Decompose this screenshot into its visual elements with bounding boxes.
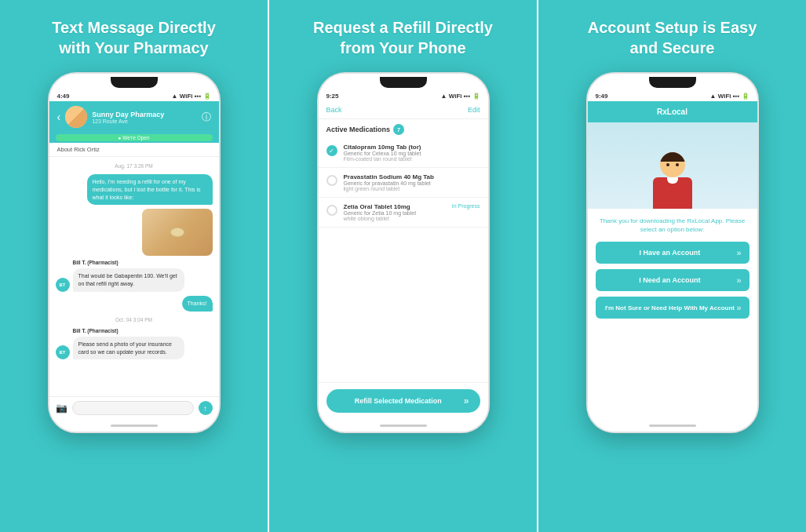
med-item-1: ✓ Citalopram 10mg Tab (tor) Generic for … <box>319 138 488 168</box>
phone-3: 9:49 ▲ WiFi ▪▪▪ 🔋 RxLocal <box>586 72 759 433</box>
med-list: ✓ Citalopram 10mg Tab (tor) Generic for … <box>319 138 488 261</box>
med-name-2: Pravastatin Sodium 40 Mg Tab <box>344 173 480 180</box>
need-account-button[interactable]: I Need an Account » <box>596 269 749 291</box>
chat-text-input[interactable] <box>72 401 194 415</box>
chat-about: About Rick Ortiz <box>49 143 219 157</box>
msg-row-4: BT Bill T. (Pharmacist) Please send a ph… <box>56 328 213 360</box>
phone-2-notch <box>319 74 488 91</box>
med-back-button[interactable]: Back <box>326 106 342 114</box>
med-info-2: Pravastatin Sodium 40 Mg Tab Generic for… <box>344 173 480 191</box>
med-name-1: Citalopram 10mg Tab (tor) <box>344 144 480 151</box>
refill-chevron-icon: » <box>464 395 469 406</box>
med-generic-3: Generic for Zetia 10 mg tablet <box>344 210 446 216</box>
phone-2: 9:25 ▲ WiFi ▪▪▪ 🔋 Back Edit Active Medic… <box>317 72 490 433</box>
msg-1: Hello, I'm needing a refill for one of m… <box>87 174 213 205</box>
info-icon[interactable]: ⓘ <box>202 111 211 124</box>
phone-3-content: RxLocal <box>588 101 757 419</box>
phone-1-home-bar <box>49 419 219 432</box>
home-indicator-2 <box>380 425 427 427</box>
phone-2-home-bar <box>319 419 488 432</box>
med-checkbox-1[interactable]: ✓ <box>326 145 337 156</box>
refill-button[interactable]: Refill Selected Medication » <box>326 389 480 413</box>
phone-3-status-bar: 9:49 ▲ WiFi ▪▪▪ 🔋 <box>588 91 757 101</box>
not-sure-button[interactable]: I'm Not Sure or Need Help With My Accoun… <box>596 297 749 319</box>
med-generic-2: Generic for pravastatin 40 mg tablet <box>344 180 480 186</box>
pharmacy-name: Sunny Day Pharmacy <box>92 111 196 118</box>
med-info-1: Citalopram 10mg Tab (tor) Generic for Ce… <box>344 144 480 162</box>
phone-1-notch <box>49 74 219 91</box>
eye-left <box>666 163 669 166</box>
med-item-3: Zetia Oral Tablet 10mg Generic for Zetia… <box>319 198 488 228</box>
person-illustration <box>653 152 692 209</box>
med-count-badge: 7 <box>393 124 404 135</box>
camera-icon[interactable]: 📷 <box>56 403 67 414</box>
btn3-chevrons: » <box>736 303 741 312</box>
home-indicator-3 <box>649 425 696 427</box>
med-status-3: In Progress <box>452 203 480 209</box>
have-account-label: I Have an Account <box>604 249 737 257</box>
phone-1: 4:49 ▲ WiFi ▪▪▪ 🔋 ‹ Sunny Day Pharmacy 1… <box>48 72 221 433</box>
not-sure-label: I'm Not Sure or Need Help With My Accoun… <box>604 304 737 312</box>
panel-3: Account Setup is Easyand Secure 9:49 ▲ W… <box>538 0 806 532</box>
msg-2: That would be Gabapentin 100. We'll get … <box>73 268 184 292</box>
have-account-button[interactable]: I Have an Account » <box>596 242 749 264</box>
person-hair <box>660 152 685 162</box>
med-checkbox-3[interactable] <box>326 205 337 216</box>
btn1-chevrons: » <box>736 248 741 257</box>
acc-avatar-area <box>588 122 757 209</box>
msg-3: Thanks! <box>182 296 213 312</box>
phone-2-time: 9:25 <box>326 93 339 100</box>
bt-avatar-2: BT <box>56 345 70 359</box>
person-body <box>653 177 692 209</box>
checkmark-1: ✓ <box>329 148 334 155</box>
notch-cutout <box>111 77 158 88</box>
med-header: Back Edit <box>319 101 488 119</box>
app-name: RxLocal <box>596 107 749 116</box>
med-footer: Refill Selected Medication » <box>319 382 488 419</box>
phone-3-time: 9:49 <box>596 93 608 100</box>
med-info-3: Zetia Oral Tablet 10mg Generic for Zetia… <box>344 203 446 221</box>
bt-avatar-1: BT <box>56 278 70 292</box>
phone-3-notch <box>588 74 757 91</box>
person-head <box>660 152 685 177</box>
med-checkbox-2[interactable] <box>326 175 337 186</box>
sender-1: Bill T. (Pharmacist) <box>73 260 213 265</box>
eye-right <box>676 163 679 166</box>
panel-3-title: Account Setup is Easyand Secure <box>588 17 757 58</box>
med-generic-1: Generic for Celexa 10 mg tablet <box>344 151 480 156</box>
msg-image <box>142 209 213 256</box>
chat-date-2: Oct. 04 3:04 PM <box>56 317 213 322</box>
phone-1-content: ‹ Sunny Day Pharmacy 123 Route Ave ⓘ ● W… <box>49 101 219 419</box>
chat-input-bar: 📷 ↑ <box>49 396 219 419</box>
chat-avatar <box>65 106 87 128</box>
notch-3-cutout <box>649 77 696 88</box>
med-form-1: Film-coated tan round tablet <box>344 156 480 162</box>
phone-3-home-bar <box>588 419 757 432</box>
panel-1-title: Text Message Directlywith Your Pharmacy <box>52 17 216 58</box>
med-section-title: Active Medications 7 <box>319 119 488 138</box>
open-badge: ● We're Open <box>56 134 213 141</box>
msg-4: Please send a photo of your insurance ca… <box>73 337 184 360</box>
phone-1-time: 4:49 <box>57 93 70 100</box>
med-form-2: light green round tablet <box>344 186 480 191</box>
btn2-chevrons: » <box>736 275 741 285</box>
phone-2-icons: ▲ WiFi ▪▪▪ 🔋 <box>441 93 480 100</box>
phone-2-content: Back Edit Active Medications 7 ✓ Citalop… <box>319 101 488 419</box>
pill-image <box>170 228 184 237</box>
panel-1: Text Message Directlywith Your Pharmacy … <box>0 0 268 532</box>
refill-btn-label: Refill Selected Medication <box>337 397 459 405</box>
acc-header: RxLocal <box>588 101 757 122</box>
med-edit-button[interactable]: Edit <box>468 106 480 114</box>
chat-date-1: Aug. 17 3:26 PM <box>56 163 213 169</box>
pharmacy-address: 123 Route Ave <box>92 118 196 124</box>
acc-content: Thank you for downloading the RxLocal Ap… <box>588 209 757 419</box>
sender-2: Bill T. (Pharmacist) <box>73 328 213 333</box>
send-button[interactable]: ↑ <box>199 401 213 415</box>
chat-back-icon[interactable]: ‹ <box>57 111 61 123</box>
med-item-2: Pravastatin Sodium 40 Mg Tab Generic for… <box>319 168 488 198</box>
phone-3-icons: ▲ WiFi ▪▪▪ 🔋 <box>710 93 749 100</box>
chat-header: ‹ Sunny Day Pharmacy 123 Route Ave ⓘ <box>49 101 219 133</box>
panel-2: Request a Refill Directlyfrom Your Phone… <box>269 0 537 532</box>
chat-header-info: Sunny Day Pharmacy 123 Route Ave <box>92 111 196 124</box>
person-collar <box>667 177 678 184</box>
